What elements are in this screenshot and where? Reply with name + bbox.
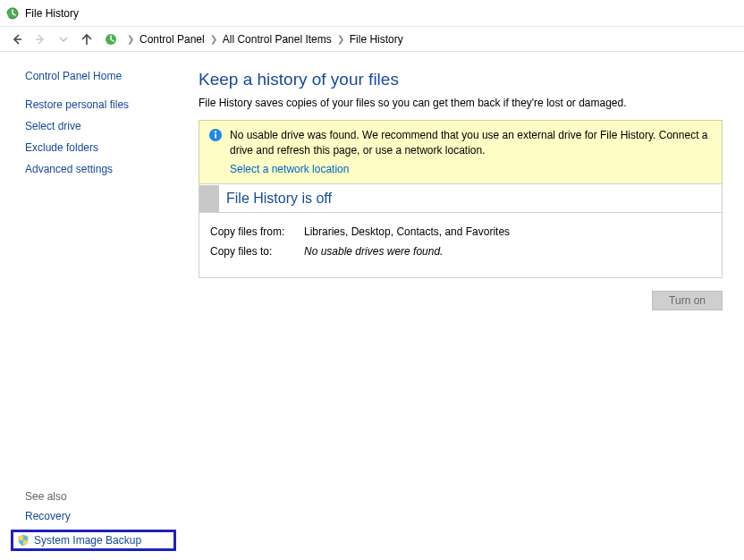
see-also-link-label: System Image Backup [34, 534, 141, 547]
status-value: No usable drives were found. [304, 245, 443, 258]
status-row: Copy files from: Libraries, Desktop, Con… [210, 225, 711, 238]
breadcrumb[interactable]: ❯ Control Panel ❯ All Control Panel Item… [104, 32, 403, 47]
breadcrumb-item[interactable]: Control Panel [140, 33, 205, 46]
breadcrumb-item[interactable]: File History [350, 33, 403, 46]
status-header: File History is off [199, 184, 722, 213]
recent-dropdown[interactable] [53, 29, 74, 50]
sidebar-advanced-settings[interactable]: Advanced settings [25, 163, 188, 175]
navbar: ❯ Control Panel ❯ All Control Panel Item… [0, 27, 744, 52]
forward-button[interactable] [30, 29, 51, 50]
status-title: File History is off [226, 191, 332, 207]
page-title: Keep a history of your files [199, 70, 723, 89]
titlebar: File History [0, 0, 744, 27]
chevron-right-icon: ❯ [337, 34, 344, 44]
breadcrumb-icon [104, 32, 118, 47]
sidebar-select-drive[interactable]: Select drive [25, 120, 188, 132]
see-also-system-image-backup[interactable]: System Image Backup [11, 530, 176, 551]
sidebar-restore-files[interactable]: Restore personal files [25, 98, 188, 111]
svg-rect-7 [215, 134, 216, 139]
status-box: File History is off Copy files from: Lib… [199, 183, 723, 278]
see-also-heading: See also [25, 490, 188, 503]
svg-point-6 [215, 131, 216, 132]
status-row: Copy files to: No usable drives were fou… [210, 245, 711, 258]
info-icon [208, 128, 223, 176]
status-label: Copy files to: [210, 245, 304, 258]
main-panel: Keep a history of your files File Histor… [188, 52, 744, 560]
control-panel-home-link[interactable]: Control Panel Home [25, 70, 188, 82]
alert-link[interactable]: Select a network location [230, 162, 349, 177]
page-description: File History saves copies of your files … [199, 97, 723, 109]
turn-on-button[interactable]: Turn on [652, 291, 723, 310]
see-also-recovery[interactable]: Recovery [25, 510, 188, 522]
window-title: File History [25, 7, 79, 20]
alert-box: No usable drive was found. We recommend … [199, 120, 723, 184]
back-button[interactable] [6, 29, 28, 50]
breadcrumb-item[interactable]: All Control Panel Items [223, 33, 332, 46]
alert-message: No usable drive was found. We recommend … [230, 129, 707, 157]
sidebar: Control Panel Home Restore personal file… [0, 52, 188, 560]
file-history-icon [5, 6, 20, 21]
status-square-icon [199, 185, 219, 212]
status-label: Copy files from: [210, 225, 304, 238]
up-button[interactable] [76, 29, 97, 50]
chevron-right-icon: ❯ [210, 34, 217, 44]
status-value: Libraries, Desktop, Contacts, and Favori… [304, 225, 510, 238]
sidebar-exclude-folders[interactable]: Exclude folders [25, 141, 188, 154]
chevron-right-icon: ❯ [127, 34, 134, 44]
shield-icon [17, 534, 30, 547]
